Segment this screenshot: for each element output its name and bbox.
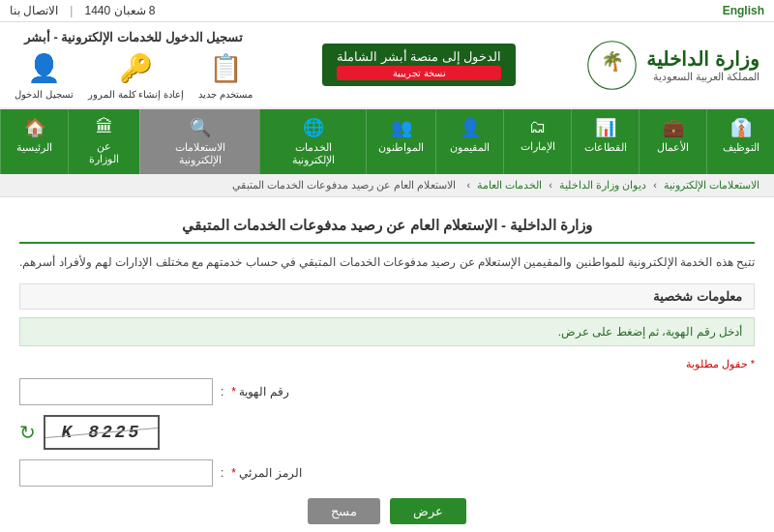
nav-item-employment[interactable]: 👔 التوظيف <box>706 109 774 174</box>
home-icon: 🏠 <box>24 117 45 138</box>
captcha-row: K 8225 ↻ <box>19 415 755 450</box>
reset-password-button[interactable]: 🔑 إعادة إنشاء كلمة المرور <box>88 52 184 100</box>
nav-item-business[interactable]: 💼 الأعمال <box>639 109 706 174</box>
required-note: * حقول مطلوبة <box>19 358 755 370</box>
kingdom-name: المملكة العربية السعودية <box>646 71 759 83</box>
nav-item-about[interactable]: 🏛 عن الوزارة <box>68 109 139 174</box>
employment-icon: 👔 <box>730 117 752 138</box>
captcha-refresh-button[interactable]: ↻ <box>19 421 36 444</box>
section-title: معلومات شخصية <box>19 283 755 310</box>
breadcrumb-link-1[interactable]: الاستعلامات الإلكترونية <box>664 179 759 191</box>
nav-item-emirates[interactable]: 🗂 الإمارات <box>503 109 571 174</box>
page-title: وزارة الداخلية - الإستعلام العام عن رصيد… <box>19 209 755 244</box>
action-buttons: عرض مسح <box>19 498 755 524</box>
login-title: تسجيل الدخول للخدمات الإلكترونية - أبشر <box>24 30 243 44</box>
banner-main-text: الدخول إلى منصة أبشر الشاملة <box>337 49 501 64</box>
breadcrumb-link-3[interactable]: الخدمات العامة <box>477 179 542 191</box>
residents-icon: 👤 <box>460 117 481 138</box>
captcha-value: K 8225 <box>62 423 142 442</box>
captcha-input-row: الرمز المرئي * : <box>19 459 755 487</box>
page-description: تتيح هذه الخدمة الإلكترونية للمواطنين وا… <box>19 253 755 272</box>
nav-item-home[interactable]: 🏠 الرئيسية <box>0 109 68 174</box>
english-link[interactable]: English <box>723 4 764 17</box>
main-content: وزارة الداخلية - الإستعلام العام عن رصيد… <box>0 197 774 532</box>
ministry-emblem: 🌴 <box>585 39 639 92</box>
business-icon: 💼 <box>663 117 684 138</box>
reset-password-icon: 🔑 <box>118 52 153 87</box>
captcha-input[interactable] <box>19 459 213 487</box>
captcha-label: الرمز المرئي * <box>231 466 301 480</box>
breadcrumb-current: الاستعلام العام عن رصيد مدفوعات الخدمات … <box>232 179 456 191</box>
view-button[interactable]: عرض <box>390 498 466 524</box>
nav-item-sectors[interactable]: 📊 القطاعات <box>571 109 639 174</box>
ministry-name: وزارة الداخلية <box>646 47 759 71</box>
new-user-button[interactable]: 📋 مستخدم جديد <box>198 52 253 100</box>
nav-item-residents[interactable]: 👤 المقيمون <box>435 109 503 174</box>
id-number-row: رقم الهوية * : <box>19 378 755 405</box>
id-colon: : <box>221 385 223 399</box>
nav-item-citizens[interactable]: 👥 المواطنون <box>366 109 435 174</box>
breadcrumb: الاستعلامات الإلكترونية › ديوان وزارة ال… <box>0 174 774 197</box>
logo: وزارة الداخلية المملكة العربية السعودية … <box>585 39 759 92</box>
year-label: 8 شعبان 1440 <box>84 4 155 17</box>
captcha-colon: : <box>221 466 223 480</box>
contact-label[interactable]: الاتصال بنا <box>10 4 58 17</box>
top-bar: English 8 شعبان 1440 | الاتصال بنا <box>0 0 774 22</box>
captcha-image: K 8225 <box>44 415 160 450</box>
trial-badge: نسخة تجريبية <box>337 66 501 80</box>
inquiries-icon: 🔍 <box>190 117 211 138</box>
eservices-icon: 🌐 <box>303 117 324 138</box>
breadcrumb-link-2[interactable]: ديوان وزارة الداخلية <box>559 179 646 191</box>
login-button[interactable]: 👤 تسجيل الدخول <box>15 52 74 100</box>
citizens-icon: 👥 <box>391 117 412 138</box>
nav-item-eservices[interactable]: 🌐 الخدمات الإلكترونية <box>259 109 366 174</box>
nav-item-inquiries[interactable]: 🔍 الاستعلامات الإلكترونية <box>139 109 259 174</box>
new-user-icon: 📋 <box>208 52 243 87</box>
header: وزارة الداخلية المملكة العربية السعودية … <box>0 22 774 109</box>
about-icon: 🏛 <box>96 117 113 137</box>
clear-button[interactable]: مسح <box>308 498 380 524</box>
main-nav: 👔 التوظيف 💼 الأعمال 📊 القطاعات 🗂 الإمارا… <box>0 109 774 174</box>
id-label: رقم الهوية * <box>231 385 288 399</box>
info-hint: أدخل رقم الهوية، ثم إضغط على عرض. <box>19 317 755 346</box>
id-number-input[interactable] <box>19 378 213 405</box>
sectors-icon: 📊 <box>595 117 616 138</box>
emirates-icon: 🗂 <box>529 117 547 137</box>
header-banner: الدخول إلى منصة أبشر الشاملة نسخة تجريبي… <box>322 44 516 86</box>
svg-text:🌴: 🌴 <box>601 50 625 73</box>
login-icon: 👤 <box>26 52 61 87</box>
header-login-section: تسجيل الدخول للخدمات الإلكترونية - أبشر … <box>15 30 253 100</box>
